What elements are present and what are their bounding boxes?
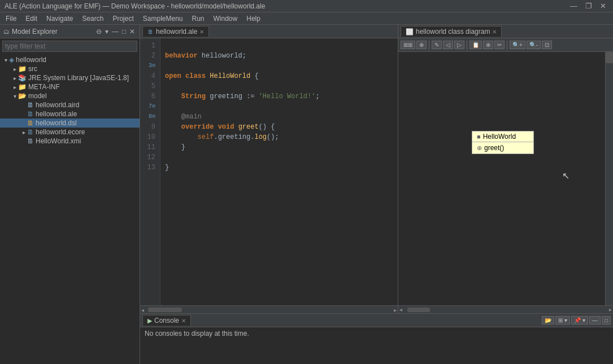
code-hscroll-left[interactable]: ◂ [141,307,144,313]
menu-edit[interactable]: Edit [22,14,41,24]
minimize-button[interactable]: — [568,2,580,10]
tree-toggle-src[interactable]: ▸ [11,66,18,72]
tree-item-helloworld-ecore[interactable]: ▸ 🗎 helloworld.ecore [0,128,140,137]
diagram-tool-paste[interactable]: ⊕ [483,41,493,49]
diagram-tool-shape[interactable]: ◁ [443,41,453,49]
sidebar-close-button[interactable]: ✕ [128,28,136,36]
diagram-tool-zoom-in[interactable]: 🔍+ [510,41,525,49]
file-icon-aird: 🗎 [27,101,34,109]
code-lines[interactable]: behavior helloworld; open class HelloWor… [160,38,398,305]
ln-6: 6 [142,91,155,102]
code-hscroll-thumb[interactable] [148,308,182,312]
diagram-tab-title: helloworld class diagram [416,28,490,36]
tree-toggle-model[interactable]: ▾ [11,93,18,99]
tree-label-meta-inf: META-INF [28,83,60,91]
diagram-tab-close[interactable]: ✕ [492,29,497,35]
menu-window[interactable]: Window [210,14,241,24]
console-tab[interactable]: ▶ Console ✕ [142,315,191,326]
diagram-tool-cut[interactable]: ✂ [494,41,505,49]
code-editor-content[interactable]: 1 2 3⊖ 4 5 6 7⊖ 8⊖ 9 10 11 [140,38,398,305]
diagram-hscroll-right[interactable]: ▸ [609,306,612,313]
diagram-content-area: ■ HelloWorld ⊕ greet() [398,52,613,305]
sidebar-min-button[interactable]: — [111,28,120,36]
file-icon-ale: 🗎 [27,110,34,118]
console-btn-minimize[interactable]: — [589,316,601,324]
diagram-panel: ⬜ helloworld class diagram ✕ ⊞⊞ ⊕ ✎ ◁ ▷ [398,25,613,313]
console-tab-bar: ▶ Console ✕ 📂 ⊞ ▾ 📌 ▾ — □ [140,314,613,327]
ln-12: 12 [142,152,155,163]
console-toolbar-right: 📂 ⊞ ▾ 📌 ▾ — □ [542,316,611,324]
menu-help[interactable]: Help [243,14,264,24]
ln-8: 8⊖ [142,112,155,122]
folder-icon-model: 📂 [18,92,27,100]
file-icon-xmi: 🗎 [27,137,34,145]
diagram-hscroll[interactable]: ◂ ▸ [398,305,613,313]
tree-toggle-helloworld[interactable]: ▾ [2,57,9,63]
cursor-arrow: ↖ [562,170,569,181]
tree-item-helloworld[interactable]: ▾ ◈ helloworld [0,55,140,64]
diagram-tool-select[interactable]: ⊕ [416,41,427,49]
sidebar-max-button[interactable]: □ [121,28,127,36]
tree-item-helloworld-aird[interactable]: 🗎 helloworld.aird [0,100,140,109]
lib-icon-jre: 📚 [18,74,27,82]
content-area: 🗂 Model Explorer ⊖ ▾ — □ ✕ ▾ ◈ hellow [0,25,613,364]
menu-file[interactable]: File [2,14,20,24]
diagram-tool-pen[interactable]: ✎ [432,41,442,49]
tree-item-meta-inf[interactable]: ▸ 📁 META-INF [0,82,140,91]
console-tab-title: Console [154,317,179,324]
tree-item-helloworld-xmi[interactable]: 🗎 HelloWorld.xmi [0,137,140,146]
console-tab-icon: ▶ [147,317,152,324]
diagram-hscroll-thumb[interactable] [407,308,430,312]
diagram-tab[interactable]: ⬜ helloworld class diagram ✕ [401,26,502,37]
tree-item-jre[interactable]: ▸ 📚 JRE System Library [JavaSE-1.8] [0,73,140,82]
tree-item-src[interactable]: ▸ 📁 src [0,64,140,73]
console-btn-maximize[interactable]: □ [602,316,611,324]
maximize-button[interactable]: ❐ [583,2,594,10]
console-btn-open[interactable]: 📂 [542,316,554,324]
ln-3: 3⊖ [142,61,155,71]
uml-class-header: ■ HelloWorld [472,131,533,142]
diagram-tab-icon: ⬜ [406,28,414,36]
tree-item-helloworld-dsl[interactable]: 🗎 helloworld.dsl [0,119,140,128]
diagram-hscroll-left[interactable]: ◂ [399,306,402,313]
uml-class-helloworld[interactable]: ■ HelloWorld ⊕ greet() [472,131,534,154]
diagram-tab-bar: ⬜ helloworld class diagram ✕ [398,25,613,38]
menu-search[interactable]: Search [79,14,107,24]
tree-label-model: model [28,92,47,100]
file-icon-dsl: 🗎 [27,119,34,127]
menu-project[interactable]: Project [109,14,137,24]
code-editor-tab[interactable]: 🗎 helloworld.ale ✕ [142,26,209,37]
console-tab-close[interactable]: ✕ [181,318,186,324]
filter-input[interactable] [2,41,137,52]
tree-toggle-jre[interactable]: ▸ [11,75,18,81]
tree-toggle-meta-inf[interactable]: ▸ [11,84,18,90]
code-hscroll-right[interactable]: ▸ [394,307,397,313]
code-editor-hscroll[interactable]: ◂ ▸ [140,305,398,313]
uml-method-greet: ⊕ greet() [477,143,529,152]
menu-run[interactable]: Run [189,14,208,24]
console-btn-display[interactable]: ⊞ ▾ [555,316,570,324]
code-editor-inner: 1 2 3⊖ 4 5 6 7⊖ 8⊖ 9 10 11 [140,38,398,305]
diagram-tool-copy[interactable]: 📋 [469,41,482,49]
diagram-tool-fit[interactable]: ⊡ [542,41,552,49]
diagram-tool-layout[interactable]: ⊞⊞ [401,41,415,49]
diagram-tool-zoom-out[interactable]: 🔍- [527,41,541,49]
diagram-tool-arrow[interactable]: ▷ [454,41,464,49]
console-btn-pin[interactable]: 📌 ▾ [571,316,588,324]
menu-navigate[interactable]: Navigate [43,14,76,24]
sidebar-menu-button[interactable]: ▾ [104,28,110,36]
tree-toggle-ecore[interactable]: ▸ [20,129,27,135]
diagram-canvas[interactable]: ■ HelloWorld ⊕ greet() [398,52,605,305]
code-editor-tab-close[interactable]: ✕ [199,29,204,35]
tree-item-helloworld-ale[interactable]: 🗎 helloworld.ale [0,109,140,119]
diagram-vscroll[interactable] [605,52,613,305]
file-icon-ecore: 🗎 [27,128,34,136]
close-button[interactable]: ✕ [598,2,608,10]
tree-label-src: src [28,65,37,73]
tree-item-model[interactable]: ▾ 📂 model [0,91,140,100]
ln-13: 13 [142,163,155,173]
diagram-vscroll-thumb[interactable] [606,52,613,63]
sidebar-collapse-button[interactable]: ⊖ [95,28,103,36]
code-editor-tab-title: helloworld.ale [156,28,197,36]
menu-samplemenu[interactable]: SampleMenu [140,14,186,24]
